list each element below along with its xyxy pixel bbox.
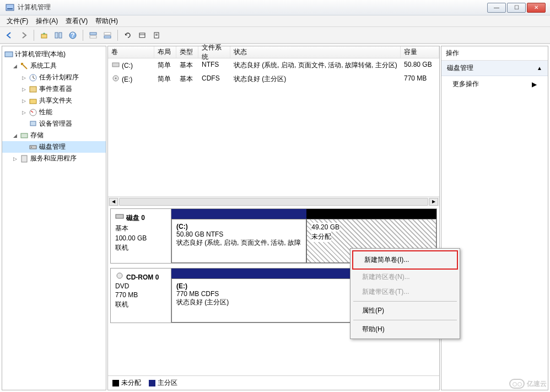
col-capacity[interactable]: 容量: [401, 46, 439, 58]
volume-list-header: 卷 布局 类型 文件系统 状态 容量: [108, 46, 439, 58]
menu-action[interactable]: 操作(A): [33, 15, 61, 27]
tree-shared-folders[interactable]: ▷ 共享文件夹: [2, 95, 106, 106]
tree-services-apps[interactable]: ▷ 服务和应用程序: [2, 153, 106, 164]
menubar: 文件(F) 操作(A) 查看(V) 帮助(H): [0, 15, 550, 27]
chevron-right-icon: ▶: [532, 80, 537, 88]
tree-storage[interactable]: ◢ 存储: [2, 130, 106, 141]
col-status[interactable]: 状态: [230, 46, 401, 58]
svg-rect-19: [30, 99, 36, 104]
svg-text:?: ?: [71, 31, 74, 39]
back-button[interactable]: [3, 29, 15, 41]
expand-icon[interactable]: ▷: [21, 86, 27, 92]
app-icon: [6, 3, 14, 12]
expand-icon[interactable]: ▷: [21, 74, 27, 80]
volume-row[interactable]: (C:) 简单 基本 NTFS 状态良好 (系统, 启动, 页面文件, 活动, …: [108, 58, 439, 72]
partition-c[interactable]: (C:) 50.80 GB NTFS 状态良好 (系统, 启动, 页面文件, 活…: [171, 219, 306, 263]
up-button[interactable]: [38, 29, 50, 41]
actions-header: 操作: [441, 46, 548, 61]
expand-icon[interactable]: ▷: [21, 109, 27, 115]
main-area: 计算机管理(本地) ◢ 系统工具 ▷ 任务计划程序 ▷ 事件查看器 ▷ 共享文件…: [0, 44, 550, 392]
separator: [353, 301, 457, 302]
svg-rect-10: [104, 36, 111, 38]
ctx-help[interactable]: 帮助(H): [352, 322, 458, 337]
expand-icon[interactable]: ▷: [12, 155, 18, 162]
drive-icon: [111, 61, 120, 68]
svg-rect-2: [41, 34, 47, 38]
actions-more[interactable]: 更多操作 ▶: [441, 76, 548, 92]
menu-file[interactable]: 文件(F): [3, 15, 31, 27]
tree-system-tools[interactable]: ◢ 系统工具: [2, 60, 106, 72]
legend-unallocated: 未分配: [112, 378, 141, 388]
legend-primary: 主分区: [149, 378, 177, 388]
volume-list: (C:) 简单 基本 NTFS 状态良好 (系统, 启动, 页面文件, 活动, …: [108, 58, 439, 196]
menu-help[interactable]: 帮助(H): [92, 15, 121, 27]
collapse-icon: ▲: [537, 65, 542, 71]
view-bottom-button[interactable]: [101, 29, 114, 41]
expand-icon[interactable]: ▷: [21, 98, 27, 104]
volume-row[interactable]: (E:) 简单 基本 CDFS 状态良好 (主分区) 770 MB: [108, 72, 439, 86]
cdrom-icon: [111, 74, 120, 82]
refresh-button[interactable]: [122, 29, 134, 41]
toolbar: ?: [0, 27, 550, 44]
ctx-new-simple-volume[interactable]: 新建简单卷(I)...: [354, 253, 456, 267]
col-filesystem[interactable]: 文件系统: [198, 46, 230, 58]
close-button[interactable]: ✕: [527, 3, 546, 13]
svg-point-24: [31, 147, 32, 148]
ctx-new-spanned-volume: 新建跨区卷(N)...: [352, 270, 458, 284]
svg-rect-29: [116, 214, 123, 218]
svg-rect-11: [139, 33, 145, 37]
disk-icon: [29, 143, 37, 152]
separator: [353, 320, 457, 320]
disk-icon: [115, 214, 124, 222]
col-type[interactable]: 类型: [176, 46, 198, 58]
ctx-properties[interactable]: 属性(P): [352, 303, 458, 318]
col-volume[interactable]: 卷: [108, 46, 154, 58]
properties-button[interactable]: [150, 29, 163, 41]
collapse-icon[interactable]: ◢: [12, 63, 18, 69]
folder-icon: [29, 96, 37, 105]
window-title: 计算机管理: [18, 3, 487, 12]
disk-info[interactable]: 磁盘 0 基本 100.00 GB 联机: [111, 209, 171, 263]
svg-rect-26: [112, 63, 119, 67]
minimize-button[interactable]: —: [487, 3, 506, 13]
svg-rect-8: [90, 36, 96, 38]
settings-button[interactable]: [136, 29, 148, 41]
performance-icon: [29, 108, 37, 117]
view-panes-button[interactable]: [52, 29, 64, 41]
scroll-right-icon[interactable]: ▶: [429, 198, 438, 206]
svg-rect-1: [7, 8, 13, 9]
disk-info[interactable]: CD-ROM 0 DVD 770 MB 联机: [111, 269, 171, 323]
svg-point-30: [117, 273, 122, 278]
svg-rect-23: [30, 146, 36, 149]
storage-icon: [20, 131, 29, 140]
horizontal-scrollbar[interactable]: ◀ ▶: [108, 196, 439, 206]
legend: 未分配 主分区: [108, 375, 439, 390]
collapse-icon[interactable]: ◢: [12, 132, 18, 138]
svg-rect-25: [21, 155, 27, 162]
svg-rect-4: [59, 33, 62, 38]
svg-point-28: [115, 78, 117, 79]
help-button[interactable]: ?: [67, 29, 79, 41]
menu-view[interactable]: 查看(V): [62, 15, 91, 27]
tree-root[interactable]: 计算机管理(本地): [2, 49, 106, 60]
tree-device-manager[interactable]: 设备管理器: [2, 118, 106, 130]
scroll-left-icon[interactable]: ◀: [109, 198, 118, 206]
view-top-button[interactable]: [87, 29, 99, 41]
scroll-thumb[interactable]: [119, 198, 428, 206]
maximize-button[interactable]: ☐: [507, 3, 526, 13]
event-icon: [29, 85, 37, 94]
window-controls: — ☐ ✕: [487, 3, 548, 13]
svg-rect-9: [104, 33, 111, 35]
tree-task-scheduler[interactable]: ▷ 任务计划程序: [2, 72, 106, 83]
svg-rect-16: [5, 52, 13, 57]
col-layout[interactable]: 布局: [154, 46, 176, 58]
tree-disk-management[interactable]: 磁盘管理: [2, 141, 106, 153]
tools-icon: [20, 62, 29, 71]
forward-button[interactable]: [18, 29, 30, 41]
cdrom-icon: [115, 273, 124, 281]
actions-category[interactable]: 磁盘管理 ▲: [441, 61, 548, 76]
watermark: 亿速云: [509, 379, 547, 389]
tree-event-viewer[interactable]: ▷ 事件查看器: [2, 83, 106, 95]
svg-rect-18: [30, 87, 36, 92]
tree-performance[interactable]: ▷ 性能: [2, 106, 106, 118]
